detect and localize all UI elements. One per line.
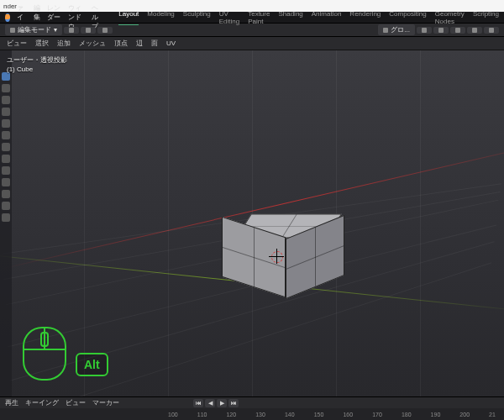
jump-start-button[interactable]: ⏮: [193, 399, 203, 407]
3d-cursor-icon: [269, 249, 284, 264]
shading-toggle[interactable]: [484, 27, 499, 34]
tab-animation[interactable]: Animation: [312, 10, 342, 25]
select-mode-edge[interactable]: [81, 27, 96, 34]
tick: 21: [489, 412, 496, 417]
edge-icon: [86, 28, 91, 33]
tab-modeling[interactable]: Modeling: [147, 10, 174, 25]
tick: 120: [226, 412, 236, 417]
tick: 130: [255, 412, 265, 417]
jump-end-button[interactable]: ⏭: [228, 399, 239, 407]
tool-extrude[interactable]: [2, 166, 10, 175]
tab-layout[interactable]: Layout: [118, 10, 139, 25]
top-menu-bar: ァイル 編集 レンダー ウィンドウ ヘルプ Layout Modeling Sc…: [0, 12, 504, 24]
xray-icon: [472, 28, 477, 33]
chevron-down-icon: ▾: [54, 26, 57, 34]
tool-move[interactable]: [2, 96, 10, 104]
shading-icon: [489, 28, 494, 33]
tab-geometry-nodes[interactable]: Geometry Nodes: [435, 10, 465, 25]
overlay-icon: [455, 28, 460, 33]
window-title: nder: [3, 3, 17, 10]
tool-rotate[interactable]: [2, 108, 10, 116]
tick: 150: [314, 412, 324, 417]
screencast-mouse-icon: [22, 326, 67, 381]
tick: 140: [285, 412, 295, 417]
tool-knife[interactable]: [2, 213, 10, 222]
face-icon: [102, 28, 108, 33]
overlay-toggle[interactable]: [450, 27, 465, 34]
tab-scripting[interactable]: Scripting: [473, 10, 499, 25]
orientation-label: グロ...: [391, 25, 410, 34]
timeline-track[interactable]: 100 110 120 130 140 150 160 170 180 190 …: [0, 408, 504, 420]
vertex-icon: [69, 28, 74, 33]
tick: 160: [343, 412, 353, 417]
timeline-header: 再生 キーイング ビュー マーカー ⏮ ◀ ▶ ⏭: [0, 396, 504, 408]
tick: 190: [431, 412, 441, 417]
tool-annotate[interactable]: [2, 143, 10, 151]
tick: 200: [459, 412, 470, 417]
tick: 170: [372, 412, 382, 417]
timeline-menu-view[interactable]: ビュー: [66, 398, 86, 407]
menu-select[interactable]: 選択: [35, 39, 49, 48]
tab-uv-editing[interactable]: UV Editing: [219, 10, 239, 25]
edit-mode-icon: [10, 28, 15, 33]
snap-toggle[interactable]: [417, 27, 432, 34]
timeline-menu-marker[interactable]: マーカー: [92, 398, 119, 407]
blender-logo-icon: [5, 13, 10, 22]
tab-texture-paint[interactable]: Texture Paint: [248, 10, 270, 25]
play-reverse-button[interactable]: ◀: [205, 399, 215, 407]
workspace-tabs: Layout Modeling Sculpting UV Editing Tex…: [118, 10, 499, 25]
tool-shelf: [0, 50, 12, 396]
menu-add[interactable]: 追加: [57, 39, 71, 48]
menu-face-jp[interactable]: 面: [151, 39, 158, 48]
screencast-key-alt: Alt: [76, 353, 108, 376]
transport-controls: ⏮ ◀ ▶ ⏭: [193, 399, 239, 407]
tick: 110: [197, 412, 207, 417]
overlay-line1: ユーザー・透視投影: [7, 55, 67, 65]
proportional-icon: [438, 28, 444, 33]
menu-view[interactable]: ビュー: [7, 39, 27, 48]
xray-toggle[interactable]: [467, 27, 482, 34]
menu-uv[interactable]: UV: [166, 39, 176, 47]
tool-bevel[interactable]: [2, 190, 10, 198]
tool-inset[interactable]: [2, 178, 10, 186]
menu-mesh[interactable]: メッシュ: [79, 39, 106, 48]
tab-sculpting[interactable]: Sculpting: [183, 10, 211, 25]
globe-icon: [383, 28, 388, 33]
tab-compositing[interactable]: Compositing: [389, 10, 426, 25]
overlay-line2: (1) Cube: [7, 65, 67, 74]
tool-measure[interactable]: [2, 155, 10, 163]
tab-rendering[interactable]: Rendering: [349, 10, 381, 25]
viewport-overlay-text: ユーザー・透視投影 (1) Cube: [7, 55, 67, 74]
tool-scale[interactable]: [2, 119, 10, 128]
proportional-edit-toggle[interactable]: [433, 27, 449, 34]
timeline-ticks: 100 110 120 130 140 150 160 170 180 190 …: [168, 408, 496, 420]
editor-menu: ビュー 選択 追加 メッシュ 頂点 辺 面 UV: [0, 37, 504, 50]
tab-shading[interactable]: Shading: [278, 10, 302, 25]
select-mode-vertex[interactable]: [64, 27, 79, 34]
tool-transform[interactable]: [2, 131, 10, 139]
select-mode-face[interactable]: [97, 27, 113, 34]
transform-orientation-dropdown[interactable]: グロ...: [378, 24, 415, 35]
tick: 100: [168, 412, 178, 417]
play-button[interactable]: ▶: [217, 399, 227, 407]
mode-select-dropdown[interactable]: 編集モード ▾: [5, 24, 62, 35]
magnet-icon: [422, 28, 427, 33]
timeline-menu-playback[interactable]: 再生: [5, 398, 18, 407]
mode-label: 編集モード: [18, 25, 51, 34]
tick: 180: [402, 412, 412, 417]
header-toolbar-right: グロ...: [378, 24, 499, 35]
3d-viewport[interactable]: /* grid drawn below with simple lines */…: [0, 50, 504, 396]
menu-edge-jp[interactable]: 辺: [136, 39, 143, 48]
tool-cursor[interactable]: [2, 84, 10, 92]
menu-vertex[interactable]: 頂点: [114, 39, 128, 48]
tool-loopcut[interactable]: [2, 202, 10, 210]
timeline-menu-keying[interactable]: キーイング: [25, 398, 59, 407]
key-label: Alt: [84, 358, 100, 371]
